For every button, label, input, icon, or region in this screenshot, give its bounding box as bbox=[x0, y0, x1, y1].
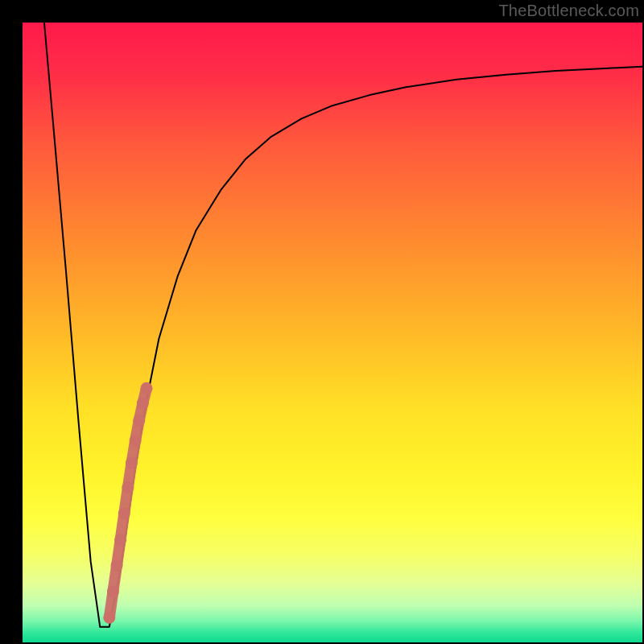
marker-dot bbox=[126, 456, 138, 469]
marker-dot bbox=[107, 585, 119, 597]
marker-dot bbox=[133, 415, 145, 427]
marker-dot bbox=[122, 481, 134, 493]
marker-dot bbox=[130, 434, 142, 446]
chart-root: TheBottleneck.com bbox=[0, 0, 644, 644]
plot-area bbox=[23, 23, 642, 642]
marker-dot bbox=[118, 507, 130, 519]
watermark-label: TheBottleneck.com bbox=[498, 2, 639, 20]
marker-dot bbox=[141, 382, 153, 394]
marker-dot bbox=[103, 612, 115, 624]
marker-dot bbox=[114, 534, 126, 546]
chart-svg bbox=[23, 23, 642, 642]
marker-dot bbox=[111, 559, 123, 572]
marker-dot bbox=[137, 397, 149, 409]
curve-v-curve bbox=[44, 23, 642, 627]
